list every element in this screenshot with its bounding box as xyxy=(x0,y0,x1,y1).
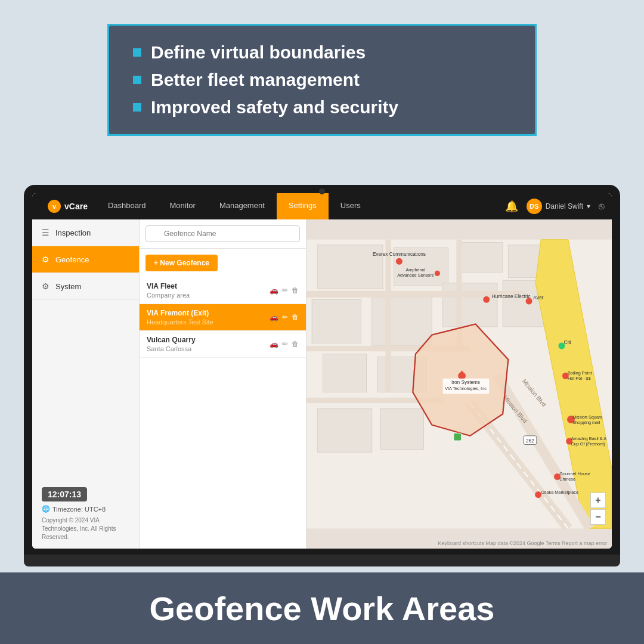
globe-icon: 🌐 xyxy=(42,505,50,513)
feature-item-3: Improved safety and security xyxy=(133,97,511,117)
geo-delete-icon-2[interactable]: 🗑 xyxy=(292,313,299,321)
corner-decoration-br xyxy=(527,126,537,136)
sidebar-item-inspection[interactable]: ☰ Inspection xyxy=(32,219,139,246)
svg-rect-9 xyxy=(323,354,366,392)
laptop-screen: v vCare Dashboard Monitor Management Set… xyxy=(32,193,612,549)
geo-item-vulcan-quarry[interactable]: Vulcan Quarry Santa Carlossa 🚗 ✏ 🗑 xyxy=(140,331,306,358)
svg-point-30 xyxy=(396,258,402,265)
bullet-icon-3 xyxy=(133,103,141,112)
laptop-camera xyxy=(319,188,325,194)
map-svg: Mission Blvd Mission Blvd Iron Systems V… xyxy=(306,219,612,549)
bullet-icon-2 xyxy=(133,76,141,84)
svg-text:AVer: AVer xyxy=(533,295,543,301)
svg-text:Shopping mall: Shopping mall xyxy=(572,420,600,425)
map-attribution: Keyboard shortcuts Map data ©2024 Google… xyxy=(438,540,607,546)
search-box: 🔍 xyxy=(140,219,306,249)
svg-text:Cup Of (Fremont): Cup Of (Fremont) xyxy=(571,441,605,447)
copyright-text: Copyright © 2024 VIA Technologies, Inc. … xyxy=(42,516,129,541)
geofence-icon: ⚙ xyxy=(42,255,49,264)
zoom-in-button[interactable]: + xyxy=(590,493,606,508)
svg-text:Mission Square: Mission Square xyxy=(572,414,602,420)
geo-actions-vulcan: 🚗 ✏ 🗑 xyxy=(270,340,299,348)
sidebar: ☰ Inspection ⚙ Geofence ⚙ System 12:07:1… xyxy=(32,219,140,549)
geo-actions-via-fleet: 🚗 ✏ 🗑 xyxy=(270,286,299,295)
header-right: 🔔 DS Daniel Swift ▾ ⎋ xyxy=(505,199,605,214)
geo-delete-icon-3[interactable]: 🗑 xyxy=(292,340,299,348)
svg-rect-11 xyxy=(317,408,371,452)
svg-text:262: 262 xyxy=(526,438,534,444)
sidebar-item-system[interactable]: ⚙ System xyxy=(32,273,139,300)
nav-tab-settings[interactable]: Settings xyxy=(277,193,329,219)
map-controls: + − xyxy=(590,493,606,525)
svg-text:Iron Systems: Iron Systems xyxy=(451,380,480,385)
brand-name: vCare xyxy=(64,202,88,211)
svg-rect-7 xyxy=(443,283,497,327)
laptop-body: v vCare Dashboard Monitor Management Set… xyxy=(24,185,620,555)
user-badge: DS Daniel Swift ▾ xyxy=(527,199,590,214)
feature-text-3: Improved safety and security xyxy=(151,97,398,117)
geo-edit-icon-3[interactable]: ✏ xyxy=(282,340,288,348)
geo-vehicle-icon-2[interactable]: 🚗 xyxy=(270,313,278,321)
svg-rect-3 xyxy=(459,242,503,272)
geo-sub-via-fremont: Headquarters Test Site xyxy=(147,318,213,326)
brand-logo: v vCare xyxy=(39,200,96,213)
sidebar-item-geofence[interactable]: ⚙ Geofence xyxy=(32,246,139,273)
nav-tab-dashboard[interactable]: Dashboard xyxy=(96,193,158,219)
app-header: v vCare Dashboard Monitor Management Set… xyxy=(32,193,612,219)
geo-sub-vulcan: Santa Carlossa xyxy=(147,345,196,352)
timezone-display: 🌐 Timezone: UTC+8 xyxy=(42,505,129,513)
geo-name-via-fremont: VIA Fremont (Exit) xyxy=(147,309,213,317)
svg-text:Everex Communications: Everex Communications xyxy=(373,252,426,257)
svg-text:Osaka Marketplace: Osaka Marketplace xyxy=(541,490,578,495)
nav-tab-monitor[interactable]: Monitor xyxy=(158,193,208,219)
geo-name-via-fleet: VIA Fleet xyxy=(147,282,190,290)
bottom-title-text: Geofence Work Areas xyxy=(150,589,495,628)
sidebar-label-geofence: Geofence xyxy=(55,255,89,264)
laptop-container: v vCare Dashboard Monitor Management Set… xyxy=(24,185,620,566)
geo-item-via-fremont[interactable]: VIA Fremont (Exit) Headquarters Test Sit… xyxy=(140,304,306,331)
notification-icon[interactable]: 🔔 xyxy=(505,200,518,213)
search-input[interactable] xyxy=(145,225,300,242)
nav-tab-users[interactable]: Users xyxy=(329,193,373,219)
user-dropdown-icon[interactable]: ▾ xyxy=(587,202,590,210)
svg-rect-5 xyxy=(312,299,361,343)
geo-actions-via-fremont: 🚗 ✏ 🗑 xyxy=(270,313,299,321)
geo-delete-icon-1[interactable]: 🗑 xyxy=(292,286,299,295)
inspection-icon: ☰ xyxy=(42,228,49,237)
svg-rect-12 xyxy=(380,408,423,450)
svg-point-34 xyxy=(435,271,440,276)
geo-edit-icon-1[interactable]: ✏ xyxy=(282,286,288,295)
brand-icon: v xyxy=(48,200,61,213)
feature-item-1: Define virtual boundaries xyxy=(133,42,511,63)
laptop-base xyxy=(24,555,620,566)
map-area[interactable]: Mission Blvd Mission Blvd Iron Systems V… xyxy=(306,219,612,549)
geo-vehicle-icon-3[interactable]: 🚗 xyxy=(270,340,278,348)
svg-text:VIA Technologies, Inc: VIA Technologies, Inc xyxy=(445,386,487,391)
svg-point-35 xyxy=(483,296,490,303)
avatar: DS xyxy=(527,199,542,214)
geofence-panel: 🔍 + New Geofence VIA Fleet Company area xyxy=(140,219,306,549)
bullet-icon-1 xyxy=(133,48,141,57)
svg-text:Amphenol: Amphenol xyxy=(405,267,425,273)
zoom-out-button[interactable]: − xyxy=(590,509,606,525)
feature-text-2: Better fleet management xyxy=(151,70,360,90)
sidebar-bottom: 12:07:13 🌐 Timezone: UTC+8 Copyright © 2… xyxy=(32,480,139,549)
geofence-list: VIA Fleet Company area 🚗 ✏ 🗑 xyxy=(140,277,306,549)
svg-text:Boiling Point: Boiling Point xyxy=(568,370,592,376)
sidebar-label-system: System xyxy=(55,282,81,291)
geo-item-via-fleet[interactable]: VIA Fleet Company area 🚗 ✏ 🗑 xyxy=(140,277,306,304)
new-geofence-button[interactable]: + New Geofence xyxy=(145,255,218,271)
geo-vehicle-icon-1[interactable]: 🚗 xyxy=(270,286,278,295)
svg-point-37 xyxy=(526,298,532,305)
geo-edit-icon-2[interactable]: ✏ xyxy=(282,313,288,321)
svg-text:Chinese: Chinese xyxy=(559,476,575,482)
svg-rect-6 xyxy=(372,297,432,346)
svg-text:Advanced Sensors: Advanced Sensors xyxy=(397,273,434,278)
logout-icon[interactable]: ⎋ xyxy=(599,201,605,212)
nav-tab-management[interactable]: Management xyxy=(208,193,277,219)
time-display: 12:07:13 xyxy=(42,487,87,501)
svg-text:Gourmet House: Gourmet House xyxy=(559,471,590,476)
corner-decoration-bl xyxy=(107,126,117,136)
feature-item-2: Better fleet management xyxy=(133,70,511,90)
feature-box: Define virtual boundaries Better fleet m… xyxy=(107,24,537,136)
